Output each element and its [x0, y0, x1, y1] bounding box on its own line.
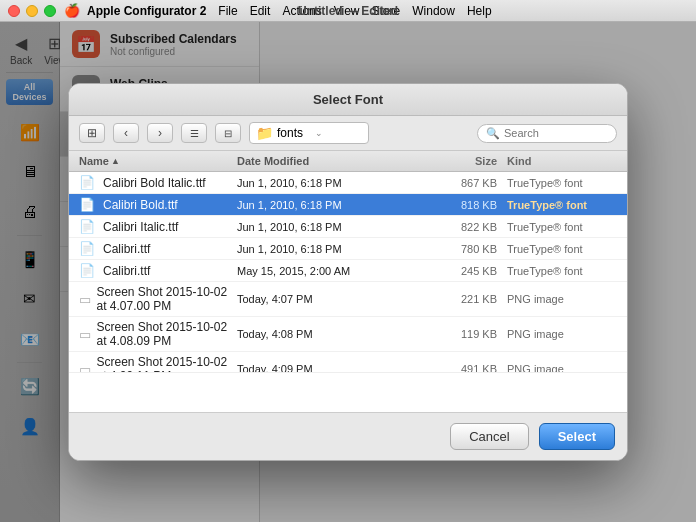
modal-footer: Cancel Select [69, 412, 627, 460]
back-nav-button[interactable]: ‹ [113, 123, 139, 143]
file-name-text: Calibri.ttf [103, 242, 150, 256]
file-size-cell: 867 KB [417, 177, 497, 189]
folder-selector[interactable]: 📁 fonts ⌄ [249, 122, 369, 144]
file-date-cell: Jun 1, 2010, 6:18 PM [237, 221, 417, 233]
file-name-text: Screen Shot 2015-10-02 at 4.07.00 PM [96, 285, 237, 313]
minimize-button[interactable] [26, 5, 38, 17]
table-row[interactable]: ▭ Screen Shot 2015-10-02 at 4.07.00 PM T… [69, 282, 627, 317]
menu-file[interactable]: File [213, 4, 242, 18]
menu-edit[interactable]: Edit [245, 4, 276, 18]
file-date-cell: Jun 1, 2010, 6:18 PM [237, 199, 417, 211]
window-title: Untitled — Edited [298, 4, 398, 18]
file-name-cell: 📄 Calibri Italic.ttf [79, 219, 237, 234]
file-icon: ▭ [79, 292, 92, 307]
file-size-cell: 491 KB [417, 363, 497, 372]
file-icon: 📄 [79, 175, 99, 190]
file-kind-cell: TrueType® font [497, 199, 617, 211]
col-header-kind[interactable]: Kind [497, 155, 617, 167]
menu-window[interactable]: Window [407, 4, 460, 18]
file-size-cell: 818 KB [417, 199, 497, 211]
file-kind-cell: TrueType® font [497, 221, 617, 233]
file-list-header: Name ▲ Date Modified Size Kind [69, 151, 627, 172]
file-date-cell: Today, 4:09 PM [237, 363, 417, 372]
file-date-cell: Jun 1, 2010, 6:18 PM [237, 177, 417, 189]
file-date-cell: Jun 1, 2010, 6:18 PM [237, 243, 417, 255]
file-list-empty-area [69, 372, 627, 412]
modal-title: Select Font [313, 92, 383, 107]
file-kind-cell: PNG image [497, 363, 617, 372]
file-icon: ▭ [79, 362, 92, 373]
modal-toolbar: ⊞ ‹ › ☰ ⊟ 📁 fonts ⌄ 🔍 [69, 116, 627, 151]
search-box[interactable]: 🔍 [477, 124, 617, 143]
file-kind-cell: TrueType® font [497, 177, 617, 189]
app-name-menu[interactable]: Apple Configurator 2 [82, 4, 211, 18]
file-icon: ▭ [79, 327, 92, 342]
folder-icon: 📁 [256, 125, 273, 141]
file-icon: 📄 [79, 263, 99, 278]
title-bar: 🍎 Apple Configurator 2 File Edit Actions… [0, 0, 696, 22]
table-row[interactable]: 📄 Calibri Italic.ttf Jun 1, 2010, 6:18 P… [69, 216, 627, 238]
list-view-button[interactable]: ☰ [181, 123, 207, 143]
table-row[interactable]: 📄 Calibri Bold Italic.ttf Jun 1, 2010, 6… [69, 172, 627, 194]
file-size-cell: 245 KB [417, 265, 497, 277]
file-name-text: Screen Shot 2015-10-02 at 4.08.09 PM [96, 320, 237, 348]
file-kind-cell: PNG image [497, 293, 617, 305]
chevron-down-icon: ⌄ [315, 128, 323, 138]
file-icon: 📄 [79, 241, 99, 256]
forward-nav-button[interactable]: › [147, 123, 173, 143]
file-size-cell: 780 KB [417, 243, 497, 255]
file-date-cell: Today, 4:07 PM [237, 293, 417, 305]
col-header-date[interactable]: Date Modified [237, 155, 417, 167]
file-size-cell: 221 KB [417, 293, 497, 305]
file-name-text: Calibri Bold.ttf [103, 198, 178, 212]
file-name-cell: ▭ Screen Shot 2015-10-02 at 4.08.09 PM [79, 320, 237, 348]
file-kind-cell: PNG image [497, 328, 617, 340]
table-row[interactable]: 📄 Calibri.ttf Jun 1, 2010, 6:18 PM 780 K… [69, 238, 627, 260]
file-size-cell: 119 KB [417, 328, 497, 340]
column-view-button[interactable]: ⊞ [79, 123, 105, 143]
maximize-button[interactable] [44, 5, 56, 17]
traffic-lights[interactable] [8, 5, 56, 17]
file-name-text: Calibri Bold Italic.ttf [103, 176, 206, 190]
table-row[interactable]: 📄 Calibri Bold.ttf Jun 1, 2010, 6:18 PM … [69, 194, 627, 216]
modal-title-bar: Select Font [69, 84, 627, 116]
file-name-cell: 📄 Calibri.ttf [79, 263, 237, 278]
select-font-modal: Select Font ⊞ ‹ › ☰ ⊟ 📁 fonts ⌄ 🔍 [68, 83, 628, 461]
select-button[interactable]: Select [539, 423, 615, 450]
table-row[interactable]: ▭ Screen Shot 2015-10-02 at 4.08.09 PM T… [69, 317, 627, 352]
file-kind-cell: TrueType® font [497, 265, 617, 277]
file-icon: 📄 [79, 219, 99, 234]
menu-help[interactable]: Help [462, 4, 497, 18]
search-input[interactable] [504, 127, 608, 139]
file-icon: 📄 [79, 197, 99, 212]
file-size-cell: 822 KB [417, 221, 497, 233]
file-list: 📄 Calibri Bold Italic.ttf Jun 1, 2010, 6… [69, 172, 627, 372]
folder-name: fonts [277, 126, 303, 140]
cancel-button[interactable]: Cancel [450, 423, 528, 450]
col-header-size[interactable]: Size [417, 155, 497, 167]
file-name-text: Calibri.ttf [103, 264, 150, 278]
file-name-cell: 📄 Calibri.ttf [79, 241, 237, 256]
grid-view-button[interactable]: ⊟ [215, 123, 241, 143]
file-name-cell: 📄 Calibri Bold Italic.ttf [79, 175, 237, 190]
col-header-name[interactable]: Name ▲ [79, 155, 237, 167]
search-icon: 🔍 [486, 127, 500, 140]
file-name-text: Screen Shot 2015-10-02 at 4.09.11 PM [96, 355, 237, 372]
sort-arrow-icon: ▲ [111, 156, 120, 166]
table-row[interactable]: ▭ Screen Shot 2015-10-02 at 4.09.11 PM T… [69, 352, 627, 372]
modal-overlay: Select Font ⊞ ‹ › ☰ ⊟ 📁 fonts ⌄ 🔍 [0, 22, 696, 522]
file-date-cell: May 15, 2015, 2:00 AM [237, 265, 417, 277]
table-row[interactable]: 📄 Calibri.ttf May 15, 2015, 2:00 AM 245 … [69, 260, 627, 282]
file-name-cell: 📄 Calibri Bold.ttf [79, 197, 237, 212]
file-kind-cell: TrueType® font [497, 243, 617, 255]
file-name-text: Calibri Italic.ttf [103, 220, 178, 234]
file-name-cell: ▭ Screen Shot 2015-10-02 at 4.07.00 PM [79, 285, 237, 313]
close-button[interactable] [8, 5, 20, 17]
file-name-cell: ▭ Screen Shot 2015-10-02 at 4.09.11 PM [79, 355, 237, 372]
file-date-cell: Today, 4:08 PM [237, 328, 417, 340]
